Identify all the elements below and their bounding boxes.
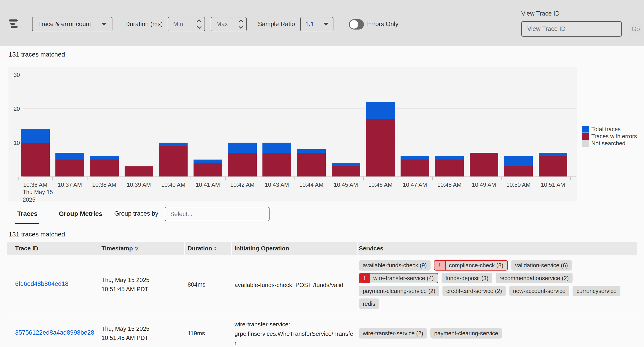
timestamp-cell: Thu, May 15 202510:51:45 AM PDT [102,324,150,343]
timestamp-time: 10:51:45 AM PDT [102,285,150,294]
sample-ratio-select[interactable]: 1:1 [300,17,334,31]
y-axis-tick-label: 20 [8,105,20,112]
service-chip-label: redis [359,301,379,307]
service-chip[interactable]: !wire-transfer-service (4) [359,273,438,283]
legend-item: Total traces [582,126,637,132]
column-header-services: Services [359,242,384,255]
metric-select[interactable]: Trace & error count [32,17,112,31]
service-chip[interactable]: payment-clearing-service (2) [359,286,439,296]
service-chip-label: validation-service (6) [511,262,572,269]
column-header-trace-id: Trace ID [15,242,38,255]
x-axis-date-label: 2025 [23,196,36,203]
trace-id-link[interactable]: 35756122ed8a4ad8998be28 [15,329,94,336]
gridline [23,75,576,75]
x-axis-date-label: Thu May 15 [23,189,53,195]
sample-ratio-label: Sample Ratio [258,17,295,31]
legend-label: Not searched [591,140,626,147]
toggle-knob [350,20,358,29]
duration-cell: 119ms [188,330,205,337]
service-chip[interactable]: !compliance-check (8) [434,260,508,271]
x-axis-tick [329,177,329,180]
service-chip[interactable]: available-funds-check (9) [359,260,430,271]
duration-min-input[interactable]: Min [168,17,205,31]
column-divider [231,242,232,255]
x-axis-tick [398,177,398,180]
trace-id-cell: 6fd6ed48b804ed18 [15,280,68,288]
service-chip[interactable]: new-account-service [509,286,569,296]
error-traces-segment [504,166,533,176]
error-traces-segment [124,166,153,176]
legend-swatch-icon [582,140,589,147]
view-trace-id-placeholder: View Trace ID [527,25,566,32]
x-axis-tick [18,177,18,180]
column-divider [357,242,358,255]
x-axis-tick-label: 10:37 AM [58,182,82,188]
service-chip-label: available-funds-check (9) [359,262,430,269]
initiating-operation-cell: available-funds-check: POST /funds/valid [234,280,354,290]
group-traces-by-select[interactable]: Select... [165,207,270,221]
column-header-duration[interactable]: Duration▴▾ [188,242,216,255]
service-chip[interactable]: wire-transfer-service (2) [359,328,427,339]
column-divider [184,242,185,255]
service-chip[interactable]: recommendationservice (2) [496,273,573,283]
filter-menu-icon[interactable] [9,19,18,28]
chevron-down-icon [102,23,106,26]
error-traces-segment [332,166,360,176]
chevron-down-icon [323,23,328,26]
toolbar: Trace & error count Duration (ms) Min Ma… [0,0,644,46]
x-axis-tick [363,177,364,180]
x-axis-tick-label: 10:49 AM [472,182,496,188]
x-axis-tick [260,177,260,180]
service-chip[interactable]: credit-card-service (2) [442,286,506,296]
tab-group-metrics[interactable]: Group Metrics [59,210,102,217]
x-axis-tick [52,177,53,180]
x-axis-tick [87,177,88,180]
duration-max-input[interactable]: Max [211,17,247,31]
error-traces-segment [194,163,222,176]
duration-max-placeholder: Max [216,20,228,28]
service-chip-label: recommendationservice (2) [496,275,573,282]
view-trace-id-input[interactable]: View Trace ID [521,21,622,37]
legend-label: Total traces [591,126,621,132]
service-chip[interactable]: redis [359,299,379,309]
error-exclamation-icon: ! [360,273,370,283]
services-cell: available-funds-check (9)!compliance-che… [359,260,639,309]
error-traces-segment [539,156,567,176]
service-chip[interactable]: payment-clearing-service [430,328,502,339]
error-traces-segment [470,153,498,176]
error-traces-segment [435,160,464,176]
x-axis-tick-label: 10:44 AM [299,182,324,188]
service-chip[interactable]: validation-service (6) [511,260,572,271]
view-trace-id-label: View Trace ID [521,10,560,18]
tab-traces[interactable]: Traces [17,210,38,217]
error-traces-segment [56,160,84,176]
error-traces-segment [228,153,257,176]
legend-swatch-icon [582,133,589,140]
x-axis-tick-label: 10:43 AM [265,182,289,188]
service-chip[interactable]: funds-deposit (3) [442,273,492,283]
error-traces-segment [297,153,326,176]
stepper-arrows-icon[interactable] [239,20,242,28]
errors-only-toggle[interactable] [349,19,364,29]
error-traces-segment [159,146,188,176]
x-axis-tick [294,177,294,180]
error-traces-segment [90,160,119,176]
go-button[interactable]: Go [630,23,642,36]
service-chip-label: payment-clearing-service [430,330,502,337]
duration-min-placeholder: Min [173,20,183,28]
error-traces-segment [400,160,429,176]
service-chip-label: wire-transfer-service (4) [370,275,438,282]
gridline [23,143,576,143]
x-axis-tick-label: 10:42 AM [230,182,254,188]
service-chip-label: new-account-service [509,288,569,294]
column-header-timestamp[interactable]: Timestamp▽ [102,242,138,255]
active-tab-underline [15,223,40,224]
trace-count-chart: 10203010:36 AMThu May 15202510:37 AM10:3… [8,67,577,201]
timestamp-date: Thu, May 15 2025 [102,324,150,333]
trace-id-cell: 35756122ed8a4ad8998be28 [15,329,94,336]
x-axis-tick [536,177,536,180]
legend-item: Traces with errors [582,133,637,140]
trace-id-link[interactable]: 6fd6ed48b804ed18 [15,280,68,287]
stepper-arrows-icon[interactable] [198,20,201,28]
service-chip[interactable]: currencyservice [572,286,620,296]
